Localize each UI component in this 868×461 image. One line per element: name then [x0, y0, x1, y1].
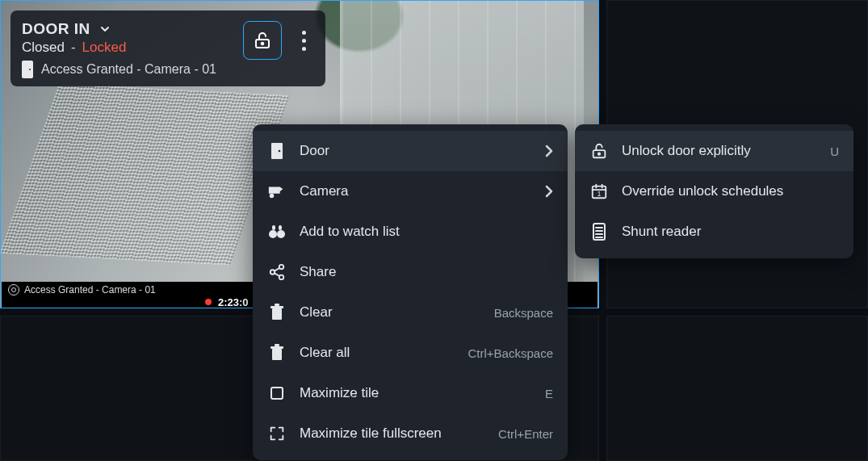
menu-item-clear-all[interactable]: Clear allCtrl+Backspace — [253, 333, 568, 373]
menu-item-label: Shunt reader — [622, 224, 839, 240]
reader-icon — [589, 222, 609, 241]
svg-rect-17 — [272, 349, 282, 360]
menu-item-label: Camera — [300, 183, 532, 199]
svg-rect-14 — [272, 308, 282, 320]
svg-rect-2 — [271, 143, 283, 159]
fullscreen-icon — [267, 425, 287, 442]
status-separator: - — [71, 40, 76, 56]
svg-rect-19 — [275, 344, 279, 346]
menu-item-shortcut: Ctrl+Enter — [498, 427, 553, 441]
svg-text:1: 1 — [598, 191, 602, 198]
door-submenu: Unlock door explicitlyU1Override unlock … — [575, 124, 853, 258]
status-locked: Locked — [82, 40, 127, 56]
tile-footer: Access Granted - Camera - 01 — [2, 282, 162, 298]
svg-rect-16 — [275, 304, 279, 306]
svg-rect-7 — [272, 225, 275, 230]
svg-point-6 — [277, 230, 285, 238]
menu-item-override-unlock-schedules[interactable]: 1Override unlock schedules — [575, 171, 853, 212]
menu-item-label: Clear all — [300, 345, 455, 361]
menu-item-shortcut: U — [830, 145, 839, 158]
menu-item-maximize-tile-fullscreen[interactable]: Maximize tile fullscreenCtrl+Enter — [253, 413, 568, 454]
menu-item-label: Unlock door explicitly — [622, 143, 817, 159]
menu-item-camera[interactable]: Camera — [253, 171, 568, 212]
menu-item-maximize-tile[interactable]: Maximize tileE — [253, 373, 568, 413]
door-title: DOOR IN — [22, 20, 90, 38]
share-icon — [267, 263, 287, 281]
trash-icon — [267, 304, 287, 321]
menu-item-clear[interactable]: ClearBackspace — [253, 292, 568, 333]
chevron-right-icon — [545, 185, 553, 198]
svg-point-22 — [598, 153, 600, 154]
menu-item-share[interactable]: Share — [253, 252, 568, 292]
menu-item-shortcut: Ctrl+Backspace — [468, 346, 553, 360]
menu-item-shortcut: Backspace — [494, 306, 553, 320]
menu-item-label: Maximize tile — [300, 385, 532, 401]
square-icon — [267, 385, 287, 401]
svg-point-1 — [262, 43, 264, 45]
menu-item-shortcut: E — [545, 387, 553, 400]
door-icon — [267, 141, 287, 161]
event-text: Access Granted - Camera - 01 — [41, 62, 216, 77]
unlock-icon — [253, 31, 272, 50]
unlock-button[interactable] — [243, 21, 282, 60]
menu-item-unlock-door-explicitly[interactable]: Unlock door explicitlyU — [575, 131, 853, 171]
svg-rect-8 — [279, 225, 282, 230]
more-icon — [302, 31, 306, 51]
camera-icon — [267, 183, 287, 199]
binoculars-icon — [267, 223, 287, 241]
footer-text: Access Granted - Camera - 01 — [24, 284, 156, 295]
menu-item-label: Door — [300, 143, 532, 159]
more-button[interactable] — [292, 21, 315, 60]
menu-item-label: Share — [300, 264, 553, 280]
tile-overlay-panel: DOOR IN Closed - Locked Access Granted -… — [10, 10, 325, 86]
chevron-down-icon[interactable] — [99, 23, 111, 36]
chevron-right-icon — [545, 145, 553, 157]
camera-badge-icon — [8, 284, 19, 295]
video-tile-4[interactable] — [606, 316, 868, 461]
menu-item-shunt-reader[interactable]: Shunt reader — [575, 212, 853, 252]
svg-line-13 — [275, 273, 279, 276]
svg-rect-20 — [271, 388, 283, 399]
svg-rect-15 — [270, 306, 283, 308]
door-icon — [22, 61, 33, 78]
recording-time: 2:23:0 — [218, 296, 249, 308]
menu-item-label: Add to watch list — [300, 224, 553, 240]
menu-item-add-to-watch-list[interactable]: Add to watch list — [253, 212, 568, 252]
unlock-icon — [589, 141, 609, 161]
context-menu: DoorCameraAdd to watch listShareClearBac… — [253, 124, 568, 460]
menu-item-label: Clear — [300, 304, 481, 321]
menu-item-label: Override unlock schedules — [622, 183, 839, 199]
trash-icon — [267, 344, 287, 362]
svg-point-4 — [270, 195, 274, 198]
calendar-icon: 1 — [589, 182, 609, 200]
menu-item-door[interactable]: Door — [253, 131, 568, 171]
svg-point-3 — [279, 150, 281, 153]
svg-rect-18 — [270, 346, 283, 349]
status-closed: Closed — [22, 40, 65, 56]
svg-line-12 — [275, 268, 279, 271]
menu-item-label: Maximize tile fullscreen — [300, 425, 485, 442]
record-dot-icon — [205, 299, 212, 305]
svg-point-5 — [269, 230, 277, 238]
